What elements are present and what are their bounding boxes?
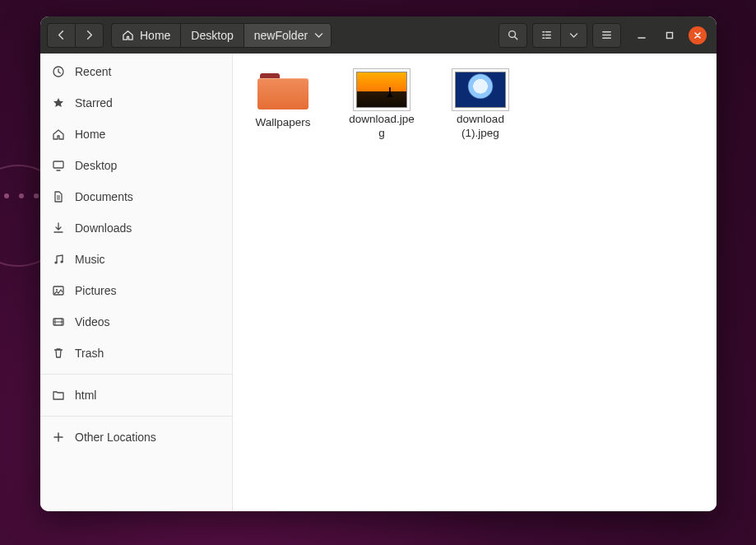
window-controls bbox=[633, 26, 707, 44]
sidebar-item-label: Videos bbox=[75, 315, 110, 328]
sidebar-item-recent[interactable]: Recent bbox=[40, 56, 232, 87]
home-icon bbox=[122, 29, 134, 41]
back-button[interactable] bbox=[47, 23, 75, 48]
chevron-right-icon bbox=[83, 29, 95, 41]
sidebar-item-label: Home bbox=[75, 128, 105, 141]
clock-icon bbox=[52, 65, 65, 78]
sidebar-item-starred[interactable]: Starred bbox=[40, 87, 232, 119]
sidebar-item-label: Desktop bbox=[75, 159, 117, 172]
breadcrumb-home[interactable]: Home bbox=[111, 23, 180, 48]
folder-icon bbox=[257, 72, 308, 111]
trash-icon bbox=[52, 347, 65, 360]
nav-buttons bbox=[47, 23, 104, 48]
sidebar-item-music[interactable]: Music bbox=[40, 244, 232, 275]
search-button[interactable] bbox=[499, 23, 527, 48]
sidebar-item-label: Music bbox=[75, 253, 105, 266]
list-view-button[interactable] bbox=[532, 23, 560, 48]
sidebar-separator bbox=[40, 374, 232, 375]
path-bar: Home Desktop newFolder bbox=[111, 23, 332, 48]
minimize-icon bbox=[637, 30, 647, 40]
svg-rect-1 bbox=[667, 32, 673, 38]
hamburger-menu-button[interactable] bbox=[592, 23, 621, 48]
video-icon bbox=[52, 315, 65, 328]
sidebar-item-downloads[interactable]: Downloads bbox=[40, 212, 232, 244]
image-file-item[interactable]: download.jpeg bbox=[346, 72, 417, 141]
sidebar-item-label: html bbox=[75, 389, 96, 402]
minimize-button[interactable] bbox=[633, 26, 651, 44]
sidebar-item-videos[interactable]: Videos bbox=[40, 306, 232, 338]
star-icon bbox=[52, 96, 65, 109]
sidebar-item-home[interactable]: Home bbox=[40, 119, 232, 150]
file-label: download (1).jpeg bbox=[445, 113, 516, 141]
image-thumbnail bbox=[455, 72, 506, 108]
sidebar-item-label: Documents bbox=[75, 190, 133, 203]
music-icon bbox=[52, 253, 65, 266]
sidebar: Recent Starred Home Desktop Documents Do… bbox=[40, 54, 233, 511]
sidebar-item-label: Other Locations bbox=[75, 431, 156, 444]
folder-item[interactable]: Wallpapers bbox=[248, 72, 318, 141]
chevron-left-icon bbox=[55, 29, 67, 41]
plus-icon bbox=[52, 431, 65, 444]
forward-button[interactable] bbox=[75, 23, 104, 48]
file-icon-view[interactable]: Wallpapers download.jpeg download (1).jp… bbox=[233, 54, 717, 511]
sidebar-item-other-locations[interactable]: Other Locations bbox=[40, 422, 232, 453]
sidebar-item-label: Starred bbox=[75, 96, 113, 109]
sidebar-item-documents[interactable]: Documents bbox=[40, 181, 232, 212]
sidebar-item-label: Trash bbox=[75, 347, 104, 360]
svg-rect-3 bbox=[53, 161, 63, 168]
list-icon bbox=[540, 29, 553, 41]
sidebar-item-desktop[interactable]: Desktop bbox=[40, 150, 232, 181]
maximize-icon bbox=[665, 30, 675, 40]
folder-icon bbox=[52, 389, 65, 402]
image-file-item[interactable]: download (1).jpeg bbox=[445, 72, 516, 141]
maximize-button[interactable] bbox=[661, 26, 679, 44]
view-options-button[interactable] bbox=[560, 23, 587, 48]
sidebar-item-trash[interactable]: Trash bbox=[40, 338, 232, 369]
close-icon bbox=[693, 30, 703, 40]
breadcrumb-label: Home bbox=[140, 29, 170, 42]
home-icon bbox=[52, 128, 65, 141]
sidebar-item-label: Recent bbox=[75, 65, 111, 78]
breadcrumb-current[interactable]: newFolder bbox=[243, 23, 332, 48]
search-icon bbox=[507, 29, 519, 41]
file-manager-window: Home Desktop newFolder bbox=[40, 16, 717, 511]
view-controls bbox=[532, 23, 587, 48]
sidebar-item-html[interactable]: html bbox=[40, 380, 232, 411]
chevron-down-icon bbox=[313, 30, 324, 40]
document-icon bbox=[52, 190, 65, 203]
file-label: Wallpapers bbox=[255, 116, 310, 130]
headerbar: Home Desktop newFolder bbox=[40, 16, 717, 54]
download-icon bbox=[52, 221, 65, 235]
sidebar-item-label: Pictures bbox=[75, 284, 117, 297]
file-label: download.jpeg bbox=[346, 113, 417, 141]
breadcrumb-label: newFolder bbox=[254, 29, 308, 42]
window-body: Recent Starred Home Desktop Documents Do… bbox=[40, 54, 717, 511]
close-button[interactable] bbox=[689, 26, 707, 44]
sidebar-item-label: Downloads bbox=[75, 221, 132, 235]
menu-icon bbox=[601, 29, 613, 41]
image-thumbnail bbox=[356, 72, 407, 108]
svg-point-5 bbox=[60, 260, 63, 263]
svg-point-4 bbox=[54, 261, 57, 263]
chevron-down-icon bbox=[568, 30, 579, 40]
breadcrumb-label: Desktop bbox=[191, 29, 233, 42]
breadcrumb-desktop[interactable]: Desktop bbox=[180, 23, 243, 48]
svg-point-7 bbox=[56, 289, 58, 291]
sidebar-separator bbox=[40, 416, 232, 417]
picture-icon bbox=[52, 284, 65, 297]
desktop-icon bbox=[52, 159, 65, 172]
sidebar-item-pictures[interactable]: Pictures bbox=[40, 275, 232, 306]
